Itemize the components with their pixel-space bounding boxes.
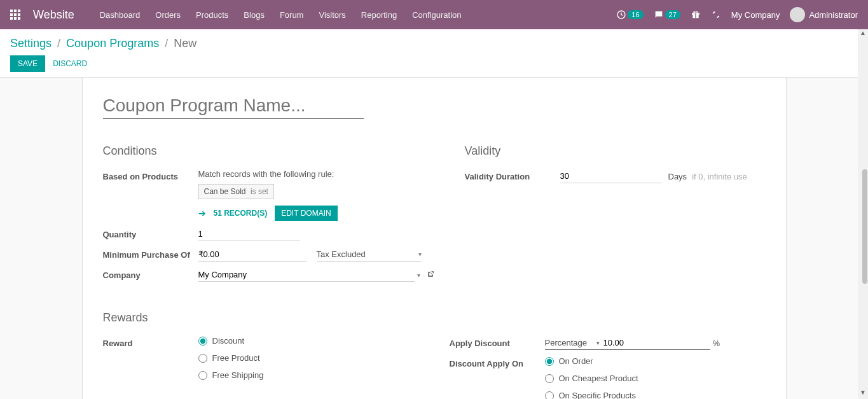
program-name-input[interactable] [103, 93, 364, 119]
apply-on-specific-option[interactable]: On Specific Products [545, 391, 766, 399]
action-buttons: SAVE DISCARD [10, 55, 858, 72]
records-link[interactable]: 51 RECORD(S) [214, 209, 268, 218]
chat-icon[interactable]: 27 [654, 10, 680, 20]
reward-row: Reward Discount Free Product Free Shi [103, 336, 419, 388]
reward-free-product-label: Free Product [212, 353, 260, 363]
nav-orders[interactable]: Orders [155, 10, 181, 20]
apply-discount-label: Apply Discount [450, 336, 545, 348]
rewards-left-col: Reward Discount Free Product Free Shi [103, 336, 419, 399]
nav-forum[interactable]: Forum [280, 10, 304, 20]
company-switcher[interactable]: My Company [731, 10, 780, 20]
validity-hint: if 0, infinite use [692, 172, 747, 181]
apply-on-radios: On Order On Cheapest Product On Specific… [545, 356, 766, 399]
domain-chip-field: Can be Sold [204, 187, 246, 196]
validity-duration-row: Validity Duration Days if 0, infinite us… [465, 169, 766, 183]
apply-on-specific-radio[interactable] [545, 391, 554, 400]
quantity-label: Quantity [103, 227, 198, 239]
apply-on-order-option[interactable]: On Order [545, 356, 766, 366]
activity-icon[interactable]: 16 [616, 10, 643, 20]
breadcrumb-parent[interactable]: Coupon Programs [66, 37, 159, 50]
domain-chip-op: is set [251, 187, 268, 196]
apply-discount-row: Apply Discount Percentage ▾ % [450, 336, 766, 350]
nav-blogs[interactable]: Blogs [244, 10, 265, 20]
discard-button[interactable]: DISCARD [53, 59, 87, 68]
validity-col: Validity Validity Duration Days if 0, in… [465, 144, 766, 288]
quantity-row: Quantity [103, 227, 434, 241]
validity-duration-input[interactable] [560, 169, 662, 183]
scroll-down-icon[interactable]: ▼ [858, 389, 868, 399]
rewards-columns: Reward Discount Free Product Free Shi [103, 336, 766, 399]
based-on-label: Based on Products [103, 169, 198, 181]
breadcrumb-sep: / [165, 37, 168, 50]
nav-configuration[interactable]: Configuration [412, 10, 461, 20]
tax-select[interactable]: Tax Excluded [317, 248, 418, 261]
apply-on-cheapest-label: On Cheapest Product [559, 374, 638, 383]
reward-free-shipping-option[interactable]: Free Shipping [198, 370, 419, 380]
apps-icon[interactable] [10, 10, 20, 20]
chevron-down-icon[interactable]: ▾ [417, 272, 420, 279]
svg-point-5 [696, 11, 698, 13]
nav-products[interactable]: Products [196, 10, 228, 20]
brand[interactable]: Website [33, 8, 74, 22]
save-button[interactable]: SAVE [10, 55, 45, 72]
nav-menu: Dashboard Orders Products Blogs Forum Vi… [100, 10, 617, 20]
reward-free-shipping-label: Free Shipping [212, 370, 264, 380]
based-on-products-row: Based on Products Match records with the… [103, 169, 434, 221]
quantity-input[interactable] [198, 227, 300, 241]
validity-heading: Validity [465, 144, 766, 158]
scroll-thumb[interactable] [862, 169, 867, 284]
form-sheet: Conditions Based on Products Match recor… [82, 78, 787, 399]
discount-apply-on-label: Discount Apply On [450, 356, 545, 368]
edit-domain-button[interactable]: EDIT DOMAIN [275, 206, 337, 221]
nav-right: 16 27 My Company Administrator [616, 7, 858, 22]
min-purchase-row: Minimum Purchase Of Tax Excluded ▾ [103, 248, 434, 262]
validity-unit: Days [668, 172, 687, 181]
reward-discount-radio[interactable] [198, 337, 207, 346]
control-bar: Settings / Coupon Programs / New SAVE DI… [0, 29, 868, 78]
chevron-down-icon[interactable]: ▾ [596, 340, 600, 346]
apply-on-cheapest-option[interactable]: On Cheapest Product [545, 374, 766, 383]
domain-desc: Match records with the following rule: [198, 169, 434, 179]
arrow-right-icon: ➔ [198, 208, 206, 218]
rewards-heading: Rewards [103, 311, 766, 325]
reward-free-product-option[interactable]: Free Product [198, 353, 419, 363]
domain-chip: Can be Sold is set [198, 184, 274, 199]
company-input[interactable] [198, 268, 415, 282]
nav-dashboard[interactable]: Dashboard [100, 10, 141, 20]
tools-icon[interactable] [711, 10, 721, 20]
min-purchase-label: Minimum Purchase Of [103, 248, 198, 260]
breadcrumb-sep: / [57, 37, 60, 50]
apply-on-order-radio[interactable] [545, 357, 554, 366]
apply-type-select[interactable]: Percentage [545, 338, 593, 347]
nav-visitors[interactable]: Visitors [319, 10, 345, 20]
rewards-right-col: Apply Discount Percentage ▾ % Discount A… [450, 336, 766, 399]
apply-on-specific-label: On Specific Products [559, 391, 636, 399]
scrollbar[interactable]: ▲ ▼ [858, 29, 868, 399]
apply-on-cheapest-radio[interactable] [545, 374, 554, 383]
reward-label: Reward [103, 336, 198, 348]
reward-radios: Discount Free Product Free Shipping [198, 336, 419, 388]
external-link-icon[interactable] [427, 270, 434, 280]
apply-value-input[interactable] [603, 336, 710, 349]
svg-point-4 [694, 11, 696, 13]
breadcrumb-root[interactable]: Settings [10, 37, 52, 50]
validity-duration-label: Validity Duration [465, 169, 560, 181]
gift-icon[interactable] [691, 10, 701, 20]
reward-discount-option[interactable]: Discount [198, 336, 419, 346]
reward-free-shipping-radio[interactable] [198, 371, 207, 380]
conditions-col: Conditions Based on Products Match recor… [103, 144, 434, 288]
min-purchase-input[interactable] [198, 248, 307, 262]
breadcrumb-current: New [174, 37, 196, 50]
sheet-wrap: Conditions Based on Products Match recor… [72, 78, 797, 399]
chevron-down-icon[interactable]: ▾ [418, 251, 422, 258]
nav-reporting[interactable]: Reporting [361, 10, 397, 20]
svg-rect-3 [695, 13, 696, 18]
scroll-up-icon[interactable]: ▲ [858, 29, 868, 39]
user-menu[interactable]: Administrator [790, 7, 858, 22]
apply-on-order-label: On Order [559, 356, 593, 366]
reward-discount-label: Discount [212, 336, 245, 346]
activity-badge: 16 [628, 10, 643, 19]
records-row: ➔ 51 RECORD(S) EDIT DOMAIN [198, 206, 434, 221]
avatar-icon [790, 7, 805, 22]
reward-free-product-radio[interactable] [198, 354, 207, 363]
